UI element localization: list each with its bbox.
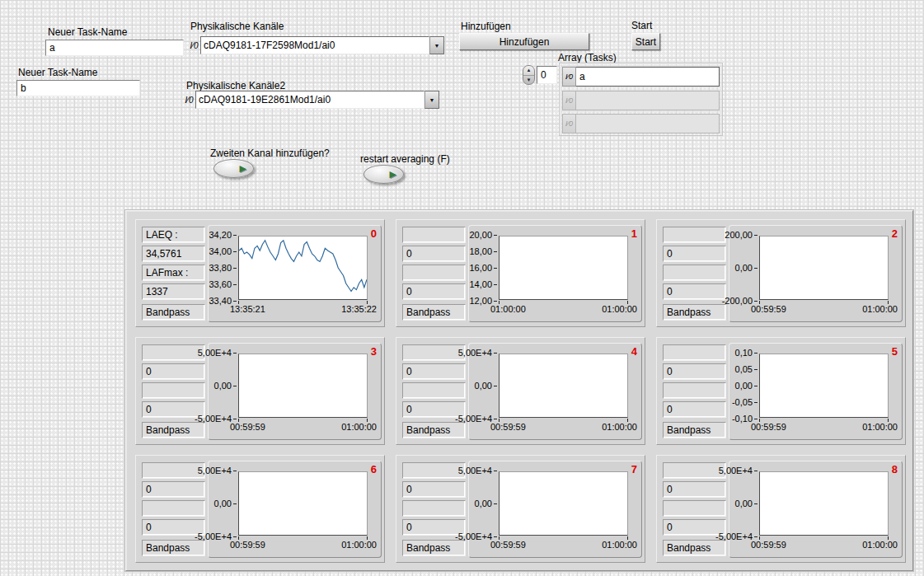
x-label-start: 00:59:59 [751, 540, 786, 550]
y-tick: 200,00 [729, 230, 757, 240]
bandpass-selector[interactable]: Bandpass [663, 304, 726, 321]
indicator-caption-2 [142, 500, 205, 517]
bandpass-selector[interactable]: Bandpass [663, 540, 726, 556]
y-axis-ticks: 5,00E+4 0,00 -5,00E+4 [209, 466, 237, 541]
labview-front-panel: { "controls": { "task_name_1": { "label"… [0, 0, 924, 576]
signal-trace [500, 354, 627, 417]
tick-mark [754, 235, 757, 236]
task-name-2-input[interactable] [16, 80, 140, 96]
indicator-column: 0 0 Bandpass [663, 462, 726, 559]
plot-area [238, 471, 368, 536]
indicator-caption-1 [402, 462, 466, 479]
y-tick: 14,00 [469, 279, 497, 289]
chart-index-badge: 5 [892, 345, 898, 358]
indicator-column: 0 0 Bandpass [402, 227, 466, 323]
indicator-column: 0 0 Bandpass [402, 344, 466, 441]
physical-channels-1-value[interactable]: cDAQ9181-17F2598Mod1/ai0 [200, 36, 429, 54]
add-label: Hinzufügen [461, 21, 511, 32]
physical-channels-1-combo[interactable]: I⁄0 cDAQ9181-17F2598Mod1/ai0 ▼ [188, 36, 444, 54]
tick-mark [494, 235, 497, 236]
y-tick: 0,00 [729, 263, 757, 273]
y-tick: 0,00 [469, 499, 497, 508]
waveform-chart: 2 200,00 0,00 -200,00 00:59:59 01:00:00 [729, 225, 903, 322]
plot-area [499, 354, 628, 418]
array-element-0-value[interactable]: a [576, 67, 720, 87]
plot-area [238, 236, 368, 300]
dropdown-arrow-icon[interactable]: ▼ [424, 91, 439, 109]
x-label-end: 01:00:00 [602, 540, 637, 550]
x-label-start: 00:59:59 [490, 540, 526, 550]
array-tasks-label: Array (Tasks) [558, 52, 617, 63]
bandpass-selector[interactable]: Bandpass [402, 422, 466, 438]
y-tick: 34,20 [209, 230, 237, 240]
indicator-value-2: 0 [663, 401, 726, 418]
indicator-caption-2: LAFmax : [142, 265, 205, 281]
x-label-end: 01:00:00 [862, 304, 898, 314]
y-tick: 5,00E+4 [469, 466, 497, 475]
channel-panel: LAEQ : 34,5761 LAFmax : 1337 Bandpass 0 … [135, 219, 385, 327]
array-index-value[interactable]: 0 [537, 66, 557, 84]
waveform-chart: 6 5,00E+4 0,00 -5,00E+4 00:59:59 01:00:0… [208, 461, 382, 558]
indicator-caption-1 [142, 462, 205, 479]
tick-mark [494, 386, 497, 386]
channel-panel: 0 0 Bandpass 3 5,00E+4 0,00 -5,00E+4 00:… [135, 337, 385, 445]
bandpass-selector[interactable]: Bandpass [142, 422, 205, 438]
indicator-caption-2 [402, 500, 466, 517]
restart-averaging-toggle[interactable]: ▶ [364, 165, 404, 184]
y-tick: 5,00E+4 [469, 348, 497, 358]
chart-index-badge: 2 [892, 227, 898, 240]
indicator-caption-2 [663, 500, 726, 517]
waveform-chart: 3 5,00E+4 0,00 -5,00E+4 00:59:59 01:00:0… [208, 343, 382, 440]
y-tick: 20,00 [469, 230, 497, 240]
start-button[interactable]: Start [631, 33, 660, 50]
indicator-value-2: 0 [402, 283, 466, 300]
indicator-value-2: 1337 [142, 283, 205, 300]
indicator-value-1: 0 [142, 481, 205, 498]
array-element-1-value [576, 91, 720, 110]
x-label-start: 01:00:00 [490, 304, 526, 314]
x-label-end: 01:00:00 [341, 422, 377, 432]
add-button[interactable]: Hinzufügen [459, 33, 589, 50]
stepper-up-icon[interactable]: ▲ [523, 66, 534, 76]
task-name-1-input[interactable] [45, 40, 184, 56]
signal-trace [239, 354, 367, 417]
y-tick: 5,00E+4 [209, 348, 237, 358]
channel-panel: 0 0 Bandpass 4 5,00E+4 0,00 -5,00E+4 00:… [396, 337, 645, 445]
channel-panel: 0 0 Bandpass 5 0,10 0,05 0,00 -0,05 -0,1… [656, 337, 906, 445]
stepper-down-icon[interactable]: ▼ [523, 76, 534, 85]
y-tick: 34,00 [209, 246, 237, 256]
tick-mark [233, 284, 237, 285]
y-axis-ticks: 5,00E+4 0,00 -5,00E+4 [209, 348, 237, 424]
io-type-icon: I⁄0 [183, 91, 195, 109]
array-element-2: I⁄0 [562, 114, 720, 133]
tick-mark [494, 284, 497, 285]
y-tick: 5,00E+4 [729, 466, 757, 475]
tick-mark [233, 536, 237, 537]
chart-index-badge: 7 [631, 463, 637, 475]
tick-mark [494, 251, 497, 252]
array-index-stepper[interactable]: ▲ ▼ [523, 65, 535, 85]
x-label-end: 01:00:00 [862, 422, 898, 432]
io-type-icon: I⁄0 [562, 67, 576, 87]
x-axis-labels: 00:59:59 01:00:00 [751, 540, 898, 550]
y-axis-ticks: 5,00E+4 0,00 -5,00E+4 [469, 348, 497, 424]
plot-area [759, 354, 889, 418]
plot-area [759, 471, 889, 536]
dropdown-arrow-icon[interactable]: ▼ [429, 36, 444, 54]
bandpass-selector[interactable]: Bandpass [402, 540, 466, 556]
indicator-caption-1 [663, 227, 726, 243]
chart-index-badge: 6 [371, 463, 377, 475]
array-element-0[interactable]: I⁄0 a [562, 67, 720, 87]
bandpass-selector[interactable]: Bandpass [402, 304, 466, 321]
toggle-arrow-icon: ▶ [240, 164, 246, 173]
x-label-end: 01:00:00 [862, 540, 898, 550]
y-tick: 0,00 [209, 381, 237, 391]
bandpass-selector[interactable]: Bandpass [142, 304, 205, 321]
physical-channels-2-combo[interactable]: I⁄0 cDAQ9181-19E2861Mod1/ai0 ▼ [183, 91, 439, 109]
physical-channels-2-value[interactable]: cDAQ9181-19E2861Mod1/ai0 [195, 91, 424, 109]
bandpass-selector[interactable]: Bandpass [142, 540, 205, 556]
channels-panel-container: LAEQ : 34,5761 LAFmax : 1337 Bandpass 0 … [125, 210, 913, 571]
waveform-chart: 7 5,00E+4 0,00 -5,00E+4 00:59:59 01:00:0… [468, 461, 642, 558]
second-channel-toggle[interactable]: ▶ [213, 159, 254, 178]
bandpass-selector[interactable]: Bandpass [663, 422, 726, 438]
